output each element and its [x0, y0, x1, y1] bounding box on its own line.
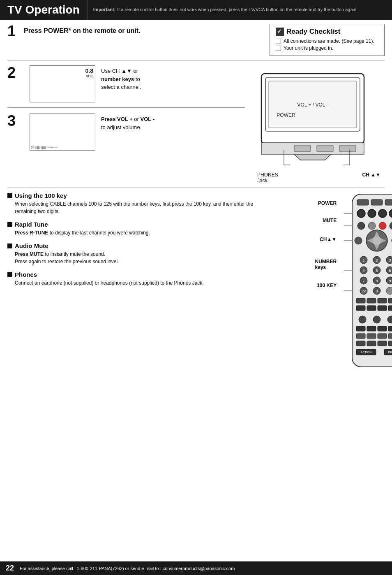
svg-rect-63	[388, 306, 392, 311]
svg-text:3: 3	[389, 258, 391, 262]
remote-100key-label: 100 KEY	[266, 283, 340, 288]
svg-rect-60	[356, 306, 365, 311]
svg-point-23	[379, 222, 386, 230]
svg-rect-57	[367, 298, 376, 303]
step3-vol-minus: VOL -	[141, 116, 154, 122]
svg-text:8: 8	[376, 279, 378, 283]
tv-diagram: VOL + / VOL - POWER PHON	[253, 70, 385, 183]
using100-title: Using the 100 key	[15, 192, 67, 199]
rapid-tune-heading: Rapid Tune	[7, 221, 262, 228]
phones-block: Phones Connect an earphone (not supplied…	[7, 271, 262, 287]
audio-mute-bullet	[7, 243, 12, 248]
rapid-tune-bold: Press R-TUNE	[15, 230, 48, 236]
checklist-box: Ready Checklist All connections are made…	[270, 24, 385, 56]
svg-rect-74	[388, 334, 392, 339]
step3-row: 3 24 ||||||||||||············· Press VOL…	[7, 114, 245, 155]
svg-rect-61	[367, 306, 376, 311]
svg-text:100: 100	[361, 290, 366, 293]
remote-diagram-container: POWER MUTE CH▲▼ NUMBER keys 100 KEY	[266, 192, 385, 378]
step2-select-text: select a channel.	[101, 84, 141, 90]
step2-text-part2: or	[132, 68, 138, 74]
svg-point-21	[357, 222, 365, 230]
svg-point-19	[378, 209, 387, 218]
svg-text:PROG: PROG	[388, 351, 392, 354]
step3-display: 24 ||||||||||||·············	[30, 114, 95, 151]
svg-rect-15	[371, 199, 383, 205]
tv-labels: PHONES Jack CH ▲▼	[253, 172, 385, 183]
phones-body: Connect an earphone (not supplied) or he…	[15, 279, 262, 287]
step1-row: 1 Press POWER* on the remote or unit. Re…	[7, 24, 385, 60]
svg-rect-5	[317, 145, 333, 152]
remote-svg: 1 2 3 4 5 6 7 8 9	[340, 192, 392, 377]
step2-instruction: Use CH ▲▼ or number keys to select a cha…	[101, 65, 141, 91]
checklist-heading: Ready Checklist	[286, 28, 340, 36]
tv-power-label: POWER	[277, 112, 295, 118]
tv-vol-label: VOL + / VOL -	[297, 102, 328, 108]
footer-text: For assistance, please call : 1-800-211-…	[20, 566, 235, 571]
svg-point-64	[359, 316, 366, 323]
svg-marker-7	[294, 154, 331, 160]
checkbox-2-icon	[276, 46, 281, 51]
audio-mute-rest1: to instantly mute the sound.	[44, 251, 105, 257]
using100-bullet	[7, 193, 12, 198]
remote-power-label: POWER	[266, 200, 340, 206]
rapid-tune-block: Rapid Tune Press R-TUNE to display the l…	[7, 221, 262, 236]
checklist-item-2-text: Your unit is plugged in.	[284, 45, 333, 51]
step3-number: 3	[7, 114, 20, 128]
step2-number: 2	[7, 65, 20, 80]
svg-text:4: 4	[363, 269, 365, 273]
svg-rect-67	[356, 326, 365, 331]
svg-rect-70	[388, 326, 392, 331]
svg-rect-6	[339, 145, 356, 152]
remote-section: Using the 100 key When selecting CABLE c…	[7, 188, 385, 378]
using100-heading: Using the 100 key	[7, 192, 262, 199]
svg-text:ACTION: ACTION	[361, 351, 371, 354]
svg-rect-62	[378, 306, 387, 311]
using100-body: When selecting CABLE channels 100 to 125…	[15, 200, 262, 215]
rapid-tune-title: Rapid Tune	[15, 221, 48, 228]
svg-text:0: 0	[376, 289, 378, 293]
audio-mute-body: Press MUTE to instantly mute the sound. …	[15, 250, 262, 265]
step2-row: 2 0.8 ABC Use CH ▲▼ or number keys to se…	[7, 65, 245, 108]
svg-rect-69	[378, 326, 387, 331]
step2-number-keys-bold: number keys	[101, 76, 134, 82]
tv-svg: VOL + / VOL - POWER	[253, 70, 372, 168]
svg-point-18	[368, 209, 376, 218]
phones-heading: Phones	[7, 271, 262, 278]
svg-rect-58	[378, 298, 387, 303]
svg-rect-76	[367, 341, 376, 346]
audio-mute-heading: Audio Mute	[7, 242, 262, 249]
svg-rect-59	[388, 298, 392, 303]
remote-left-labels: POWER MUTE CH▲▼ NUMBER keys 100 KEY	[266, 200, 340, 289]
step1-number: 1	[7, 24, 20, 39]
step1-instruction: Press POWER* on the remote or unit.	[24, 24, 261, 35]
important-label: Important:	[93, 7, 115, 13]
remote-svg-wrapper: 1 2 3 4 5 6 7 8 9	[340, 192, 392, 378]
audio-mute-bold: Press MUTE	[15, 251, 44, 257]
checkbox-1-icon	[276, 39, 281, 44]
phones-bullet	[7, 272, 12, 277]
svg-rect-72	[367, 334, 376, 339]
remote-numkeys-label: NUMBER keys	[266, 259, 340, 270]
page-header: TV Operation Important: If a remote cont…	[0, 0, 392, 20]
phones-title: Phones	[15, 271, 37, 278]
page-footer: 22 For assistance, please call : 1-800-2…	[0, 561, 392, 575]
audio-mute-block: Audio Mute Press MUTE to instantly mute …	[7, 242, 262, 265]
checklist-title: Ready Checklist	[276, 28, 378, 36]
svg-rect-56	[356, 298, 365, 303]
svg-rect-75	[356, 341, 365, 346]
step2-text-part1: Use CH	[101, 68, 121, 74]
rapid-tune-bullet	[7, 222, 12, 227]
step3-or-text: or	[133, 116, 141, 122]
svg-rect-16	[385, 199, 392, 205]
rapid-tune-body: Press R-TUNE to display the last channel…	[15, 229, 262, 236]
svg-point-22	[368, 222, 376, 230]
important-note: Important: If a remote control button do…	[87, 0, 392, 20]
step2-channel-number: 0.8	[32, 67, 93, 74]
step2-ch-arrows: ▲▼	[121, 68, 132, 74]
important-text: If a remote control button does not work…	[117, 7, 357, 13]
svg-text:5: 5	[376, 269, 378, 273]
svg-point-31	[355, 237, 362, 244]
svg-rect-4	[294, 145, 311, 152]
audio-mute-title: Audio Mute	[15, 242, 48, 249]
